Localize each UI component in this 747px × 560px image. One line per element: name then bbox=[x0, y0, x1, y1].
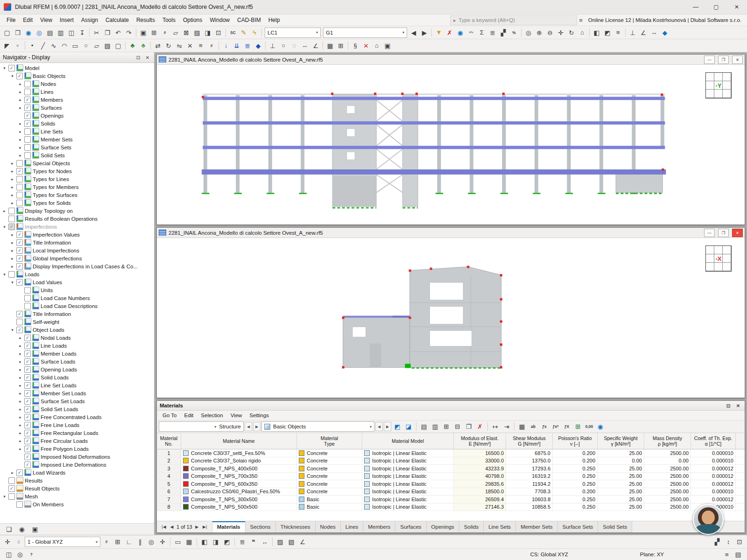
mass-density-cell[interactable]: 2500.00 bbox=[644, 449, 691, 457]
tree-item-lines[interactable]: ▸Lines bbox=[0, 88, 154, 96]
material-model-cell[interactable]: Isotropic | Linear Elastic bbox=[362, 488, 454, 496]
local-axes-icon[interactable]: ∠ bbox=[638, 28, 648, 38]
shear-modulus-cell[interactable]: 7708.3 bbox=[506, 488, 553, 496]
close-panel-icon[interactable]: ✕ bbox=[734, 403, 742, 408]
tree-checkbox[interactable]: ✓ bbox=[24, 398, 31, 405]
tree-item-nodal-loads[interactable]: ▸✓Nodal Loads bbox=[0, 334, 154, 342]
tree-item-surface-loads[interactable]: ▸✓Surface Loads bbox=[0, 357, 154, 365]
row-number-cell[interactable]: 3 bbox=[157, 465, 181, 472]
rotate-view-icon[interactable]: ↻ bbox=[566, 28, 577, 38]
column-header-shear-modulus-g-n-mm[interactable]: Shear ModulusG [N/mm²] bbox=[506, 433, 553, 449]
delete-icon[interactable]: ✕ bbox=[361, 41, 371, 51]
tree-expander-icon[interactable]: ▸ bbox=[10, 256, 15, 261]
ortho-toggle-icon[interactable]: ∟ bbox=[124, 537, 134, 547]
material-row-1[interactable]: 1Concrete C30/37_setti_Fes.50%ConcreteIs… bbox=[157, 449, 745, 457]
surface-load-icon[interactable]: ≣ bbox=[242, 41, 253, 51]
tree-checkbox[interactable] bbox=[24, 152, 31, 159]
materials-menu-view[interactable]: View bbox=[227, 412, 246, 419]
menu-results[interactable]: Results bbox=[133, 15, 159, 25]
tree-checkbox[interactable] bbox=[16, 501, 23, 508]
delete-row-icon[interactable]: ⊟ bbox=[452, 421, 463, 432]
material-model-cell[interactable]: Isotropic | Linear Elastic bbox=[362, 449, 454, 457]
tree-item-on-members[interactable]: On Members bbox=[0, 500, 154, 508]
tree-item-openings[interactable]: ✓Openings bbox=[0, 112, 154, 119]
tab-line-sets[interactable]: Line Sets bbox=[484, 521, 516, 532]
tree-checkbox[interactable]: ✓ bbox=[24, 343, 31, 349]
tree-expander-icon[interactable]: ▾ bbox=[10, 328, 15, 332]
supports-display-icon[interactable]: ⊥ bbox=[627, 28, 638, 38]
move-copy-icon[interactable]: ⇄ bbox=[153, 41, 163, 51]
tree-expander-icon[interactable]: ▸ bbox=[10, 161, 15, 166]
float-panel-icon[interactable]: ⊡ bbox=[134, 55, 142, 60]
save-icon[interactable]: ◫ bbox=[66, 28, 77, 38]
tree-item-load-case-numbers[interactable]: Load Case Numbers bbox=[0, 294, 154, 302]
tree-item-special-objects[interactable]: ▸Special Objects bbox=[0, 159, 154, 167]
display-eye-icon[interactable]: ◉ bbox=[17, 524, 27, 534]
clipping-box-icon[interactable]: ⊠ bbox=[181, 28, 191, 38]
specific-weight-cell[interactable]: 25.00 bbox=[598, 480, 644, 488]
wheel-zoom-icon[interactable]: ◎ bbox=[15, 549, 25, 560]
tree-item-member-sets[interactable]: ▸Member Sets bbox=[0, 135, 154, 143]
tab-members[interactable]: Members bbox=[363, 521, 395, 532]
viewport-close-button[interactable]: ✕ bbox=[732, 56, 743, 64]
tree-checkbox[interactable]: ✓ bbox=[8, 65, 15, 71]
line-tool-icon[interactable]: ╱ bbox=[38, 41, 48, 51]
array-tool-icon[interactable]: # bbox=[206, 41, 217, 51]
tree-expander-icon[interactable]: ▸ bbox=[18, 359, 23, 364]
poisson-cell[interactable]: 0.250 bbox=[553, 496, 598, 503]
tree-expander-icon[interactable]: ▸ bbox=[18, 431, 23, 435]
copy-icon[interactable]: ❐ bbox=[102, 28, 113, 38]
reset-filter-icon[interactable]: ✗ bbox=[444, 28, 455, 38]
tree-item-basic-objects[interactable]: ▾✓Basic Objects bbox=[0, 72, 154, 80]
tree-expander-icon[interactable]: ▸ bbox=[10, 185, 15, 189]
snap-toggle-icon[interactable]: # bbox=[101, 537, 112, 547]
grid-points-icon[interactable]: :: bbox=[14, 537, 24, 547]
numbering-icon[interactable]: ¹²³ bbox=[466, 28, 476, 38]
tree-checkbox[interactable]: ✓ bbox=[16, 279, 23, 286]
materials-menu-go-to[interactable]: Go To bbox=[159, 412, 180, 419]
material-type-cell[interactable]: Concrete bbox=[297, 465, 362, 472]
tree-checkbox[interactable] bbox=[24, 295, 31, 301]
measure-icon[interactable]: ↔ bbox=[260, 537, 270, 547]
tree-expander-icon[interactable]: ▸ bbox=[2, 209, 7, 213]
result-diagram-icon[interactable]: ▞ bbox=[498, 28, 508, 38]
column-header-specific-weight-kn-m[interactable]: Specific Weightγ [kN/m³] bbox=[598, 433, 644, 449]
tab-thicknesses[interactable]: Thicknesses bbox=[276, 521, 316, 532]
menu-window[interactable]: Window bbox=[206, 15, 233, 25]
circle-tool-icon[interactable]: ○ bbox=[81, 41, 91, 51]
model-view-section[interactable]: -X bbox=[157, 238, 745, 398]
bim-cloud-icon[interactable]: ◎ bbox=[34, 28, 44, 38]
material-type-cell[interactable]: Basic bbox=[297, 504, 362, 511]
menu-view[interactable]: View bbox=[36, 15, 56, 25]
layout-icon[interactable]: ▤ bbox=[733, 549, 743, 560]
poisson-cell[interactable]: 0.250 bbox=[553, 480, 598, 488]
tree-item-load-wizards[interactable]: ▸✓Load Wizards bbox=[0, 469, 154, 476]
tree-item-free-rectangular-loads[interactable]: ▸✓Free Rectangular Loads bbox=[0, 429, 154, 437]
shear-modulus-cell[interactable]: 13750.0 bbox=[506, 457, 553, 465]
clear-table-icon[interactable]: ✗ bbox=[475, 421, 485, 432]
mass-density-cell[interactable]: 0.00 bbox=[644, 457, 691, 465]
column-header-poisson-s-ratio[interactable]: Poisson's Ratioν [--] bbox=[553, 433, 598, 449]
tree-expander-icon[interactable]: ▸ bbox=[10, 470, 15, 475]
tree-checkbox[interactable]: ✓ bbox=[16, 469, 23, 476]
material-row-6[interactable]: 6Calcestruzzo C50/60_Pilastri_Fes.50%Con… bbox=[157, 488, 745, 496]
tree-item-imperfection-values[interactable]: ▸✓Imperfection Values bbox=[0, 231, 154, 238]
thermal-exp-cell[interactable]: 0.000012 bbox=[691, 473, 736, 480]
insert-row-icon[interactable]: ⊞ bbox=[441, 421, 451, 432]
tab-surface-sets[interactable]: Surface Sets bbox=[558, 521, 599, 532]
object-category-combobox[interactable]: Basic Objects ▾ bbox=[261, 421, 374, 432]
column-header-modulus-of-elast-e-n-mm[interactable]: Modulus of Elast.E [N/mm²] bbox=[454, 433, 506, 449]
view-cube[interactable]: -Y bbox=[705, 72, 732, 98]
axes-toggle-icon[interactable]: ∠ bbox=[297, 537, 308, 547]
menu-cad-bim[interactable]: CAD-BIM bbox=[233, 15, 265, 25]
tree-item-title-information[interactable]: ▸✓Title Information bbox=[0, 238, 154, 246]
viewport-restore-button[interactable]: ❐ bbox=[718, 56, 729, 64]
tree-item-solids[interactable]: ▸✓Solids bbox=[0, 119, 154, 127]
tree-item-types-for-nodes[interactable]: ▸✓Types for Nodes bbox=[0, 167, 154, 175]
tree-item-line-sets[interactable]: ▸Line Sets bbox=[0, 127, 154, 135]
tree-checkbox[interactable]: ✓ bbox=[24, 358, 31, 365]
search-options-icon[interactable]: ≡ bbox=[579, 17, 583, 24]
dxf-layer-icon[interactable]: ▭ bbox=[173, 537, 183, 547]
tree-expander-icon[interactable]: ▸ bbox=[10, 169, 15, 174]
shear-modulus-cell[interactable]: 16319.2 bbox=[506, 473, 553, 480]
